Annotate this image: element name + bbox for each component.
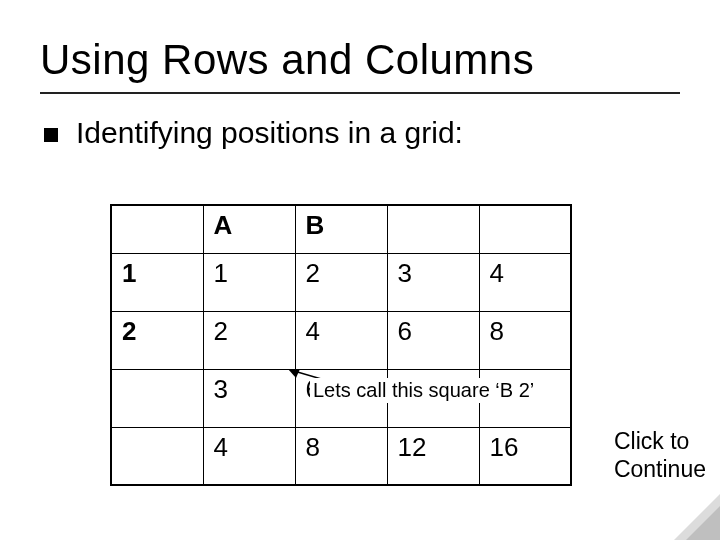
grid-header-cell: A xyxy=(203,205,295,253)
grid-header-cell xyxy=(387,205,479,253)
grid-cell: 3 xyxy=(203,369,295,427)
grid-cell: 6 xyxy=(387,311,479,369)
grid-cell: 2 xyxy=(203,311,295,369)
grid-cell: 4 xyxy=(203,427,295,485)
grid-cell: 8 xyxy=(295,427,387,485)
grid-table-wrap: A B 1 1 2 3 4 2 2 4 6 8 3 6 xyxy=(110,204,572,486)
title-underline xyxy=(40,92,680,94)
subhead-row: Identifying positions in a grid: xyxy=(44,116,680,150)
grid-cell: 1 xyxy=(203,253,295,311)
grid-cell: 2 xyxy=(295,253,387,311)
grid-cell: 12 xyxy=(387,427,479,485)
slide: Using Rows and Columns Identifying posit… xyxy=(0,0,720,540)
grid-header-cell xyxy=(479,205,571,253)
grid-table: A B 1 1 2 3 4 2 2 4 6 8 3 6 xyxy=(110,204,572,486)
slide-title: Using Rows and Columns xyxy=(40,36,680,84)
grid-header-row: A B xyxy=(111,205,571,253)
subhead-text: Identifying positions in a grid: xyxy=(76,116,463,150)
grid-rowlabel: 2 xyxy=(111,311,203,369)
click-to-continue[interactable]: Click to Continue xyxy=(614,427,706,485)
svg-marker-1 xyxy=(288,369,300,378)
click-line2: Continue xyxy=(614,456,706,482)
grid-cell: 16 xyxy=(479,427,571,485)
grid-rowlabel xyxy=(111,369,203,427)
grid-row: 1 1 2 3 4 xyxy=(111,253,571,311)
grid-cell: 4 xyxy=(479,253,571,311)
grid-rowlabel xyxy=(111,427,203,485)
grid-cell-b2: 4 xyxy=(295,311,387,369)
grid-rowlabel: 1 xyxy=(111,253,203,311)
grid-cell: 8 xyxy=(479,311,571,369)
grid-row: 4 8 12 16 xyxy=(111,427,571,485)
callout-label: Lets call this square ‘B 2’ xyxy=(310,378,537,403)
click-line1: Click to xyxy=(614,428,689,454)
grid-cell: 3 xyxy=(387,253,479,311)
grid-header-cell xyxy=(111,205,203,253)
page-curl-icon xyxy=(674,494,720,540)
grid-header-cell: B xyxy=(295,205,387,253)
bullet-icon xyxy=(44,128,58,142)
grid-row: 2 2 4 6 8 xyxy=(111,311,571,369)
